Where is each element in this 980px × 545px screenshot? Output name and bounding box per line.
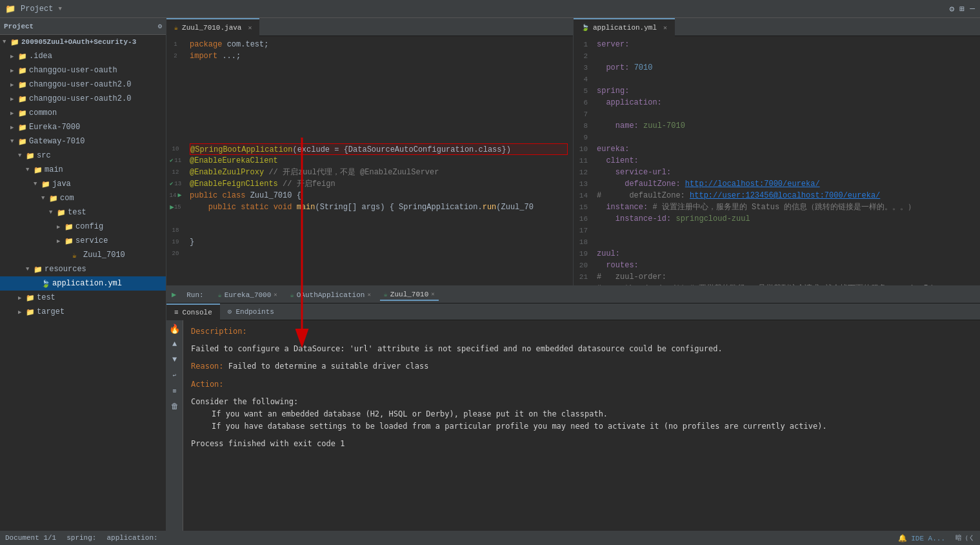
java-line-11: @EnableEurekaClient <box>190 155 568 167</box>
console-wrap-btn[interactable]: ↩ <box>169 369 181 381</box>
console-output[interactable]: Description: Failed to configure a DataS… <box>183 320 980 531</box>
console-blank-3 <box>191 373 972 378</box>
sidebar-item-label-common: common <box>29 108 57 118</box>
folder-icon-changgou2b: 📁 <box>18 95 27 103</box>
sidebar-item-gateway[interactable]: ▼ 📁 Gateway-7010 <box>0 134 166 149</box>
settings-icon[interactable]: ⚙ <box>950 4 955 14</box>
zuul-run-close[interactable]: ✕ <box>431 291 434 298</box>
sidebar-item-root[interactable]: ▼ 📁 200905Zuul+OAuth+Security-3 <box>0 35 166 49</box>
description-text: Failed to configure a DataSource: 'url' … <box>191 344 723 353</box>
yaml-line-20: routes: <box>597 260 975 271</box>
sidebar-item-changgou-oauth2b[interactable]: ▶ 📁 changgou-user-oauth2.0 <box>0 92 166 106</box>
sidebar-item-label-com: com <box>60 194 74 203</box>
project-dropdown-icon[interactable]: ▼ <box>58 6 61 12</box>
java-file-tab[interactable]: ☕ Zuul_7010.java ✕ <box>166 18 259 36</box>
yaml-ln-20: 20 <box>574 260 588 271</box>
endpoints-tab[interactable]: ⊙ Endpoints <box>220 303 282 320</box>
yaml-line-12: service-url: <box>597 167 975 178</box>
sidebar-item-zuul7010[interactable]: ▶ ☕ Zuul_7010 <box>0 248 166 262</box>
sidebar-item-changgou-oauth[interactable]: ▶ 📁 changgou-user-oauth <box>0 63 166 77</box>
console-blank-5 <box>191 433 972 438</box>
sidebar-item-test2[interactable]: ▶ 📁 test <box>0 291 166 305</box>
console-copy-btn[interactable]: ⊞ <box>169 385 181 396</box>
yaml-ln-2: 2 <box>574 50 588 62</box>
run-tab-zuul[interactable]: ☕ Zuul_7010 ✕ <box>380 289 439 301</box>
tree-arrow-changgou2b: ▶ <box>10 96 18 103</box>
sidebar-item-main[interactable]: ▼ 📁 main <box>0 163 166 177</box>
run-tab-eureka[interactable]: ☕ Eureka_7000 ✕ <box>214 290 281 300</box>
java-line-19: } <box>190 236 568 248</box>
sidebar-item-src[interactable]: ▼ 📁 src <box>0 149 166 163</box>
java-line-6 <box>190 97 568 108</box>
sidebar-item-idea[interactable]: ▶ 📁 .idea <box>0 49 166 63</box>
yaml-line-11: client: <box>597 155 975 167</box>
layout-icon[interactable]: ⊞ <box>959 4 965 14</box>
yaml-tab-close[interactable]: ✕ <box>663 24 667 32</box>
gutter-empty-6 <box>166 97 185 108</box>
oauth-run-label: OAuthApplication <box>297 291 365 299</box>
minimize-icon[interactable]: — <box>970 4 975 14</box>
sidebar-item-java[interactable]: ▼ 📁 java <box>0 177 166 191</box>
console-tabs: ≡ Console ⊙ Endpoints <box>166 303 980 320</box>
gutter-line-19: 19 <box>166 236 185 248</box>
java-line-8 <box>190 120 568 132</box>
sidebar-toolbar: Project ⚙ <box>0 18 166 35</box>
status-bar: Document 1/1 spring: application: 🔔 IDE … <box>0 531 980 545</box>
sidebar-item-label-root: 200905Zuul+OAuth+Security-3 <box>21 38 136 46</box>
sidebar-title: Project <box>4 23 34 30</box>
java-line-9 <box>190 132 568 143</box>
yaml-ln-10: 10 <box>574 143 588 155</box>
sidebar-item-label-test2: test <box>37 293 55 302</box>
sidebar-item-test[interactable]: ▼ 📁 test <box>0 205 166 220</box>
yaml-line-13: defaultZone: http://localhost:7000/eurek… <box>597 178 975 190</box>
yaml-file-tab[interactable]: 🍃 application.yml ✕ <box>574 18 675 36</box>
yaml-line-14: # defaultZone: http://user:123456@localh… <box>597 190 975 201</box>
sidebar-item-target[interactable]: ▶ 📁 target <box>0 305 166 319</box>
tree-arrow-test: ▼ <box>49 209 57 216</box>
folder-icon-eureka: 📁 <box>18 123 27 132</box>
yaml-ln-4: 4 <box>574 74 588 85</box>
console-clear-btn[interactable]: 🗑 <box>169 400 181 412</box>
java-line-14: public class Zuul_7010 { <box>190 190 568 201</box>
eureka-run-label: Eureka_7000 <box>225 291 272 299</box>
tree-arrow-eureka: ▶ <box>10 124 18 131</box>
sidebar-item-resources[interactable]: ▼ 📁 resources <box>0 262 166 276</box>
console-scroll-down-btn[interactable]: ▼ <box>169 354 181 365</box>
java-line-4 <box>190 74 568 85</box>
console-error-line: Failed to configure a DataSource: 'url' … <box>191 343 972 355</box>
tree-arrow-service: ▶ <box>57 238 65 245</box>
sidebar-item-eureka[interactable]: ▶ 📁 Eureka-7000 <box>0 120 166 134</box>
console-reason-line: Reason: Failed to determine a suitable d… <box>191 360 972 373</box>
sidebar-item-config[interactable]: ▶ 📁 config <box>0 220 166 234</box>
console-restart-btn[interactable]: 🔥 <box>169 323 181 334</box>
yaml-line-9 <box>597 132 975 143</box>
console-scroll-up-btn[interactable]: ▲ <box>169 338 181 350</box>
reason-text: Failed to determine a suitable driver cl… <box>228 362 429 371</box>
project-icon: 📁 <box>5 4 15 14</box>
console-action-line: Action: <box>191 378 972 391</box>
eureka-run-close[interactable]: ✕ <box>274 291 277 298</box>
yaml-ln-13: 13 <box>574 178 588 190</box>
tree-arrow-config: ▶ <box>57 223 65 231</box>
java-line-2: import ...; <box>190 50 568 62</box>
folder-icon-common: 📁 <box>18 109 27 118</box>
yaml-ln-8: 8 <box>574 120 588 132</box>
sidebar-gear-icon[interactable]: ⚙ <box>157 22 162 30</box>
sidebar-item-com[interactable]: ▼ 📁 com <box>0 191 166 205</box>
folder-icon-idea: 📁 <box>18 52 27 61</box>
sidebar-item-appyml[interactable]: ▶ 🍃 application.yml <box>0 276 166 291</box>
zuul-run-icon: ☕ <box>384 291 388 298</box>
sidebar-item-common[interactable]: ▶ 📁 common <box>0 106 166 120</box>
run-tab-oauth[interactable]: ☕ OAuthApplication ✕ <box>286 290 375 300</box>
sidebar-item-service[interactable]: ▶ 📁 service <box>0 234 166 248</box>
java-tab-label: Zuul_7010.java <box>182 24 241 32</box>
yml-file-icon: 🍃 <box>41 280 50 288</box>
folder-icon: 📁 <box>10 38 19 46</box>
oauth-run-close[interactable]: ✕ <box>367 291 370 298</box>
java-line-1: package com.test; <box>190 39 568 50</box>
console-tab[interactable]: ≡ Console <box>166 303 220 320</box>
java-tab-close[interactable]: ✕ <box>248 24 252 32</box>
yaml-line-6: application: <box>597 97 975 108</box>
sidebar-item-changgou-oauth2[interactable]: ▶ 📁 changgou-user-oauth2.0 <box>0 77 166 92</box>
status-doc-info: Document 1/1 <box>5 534 56 542</box>
